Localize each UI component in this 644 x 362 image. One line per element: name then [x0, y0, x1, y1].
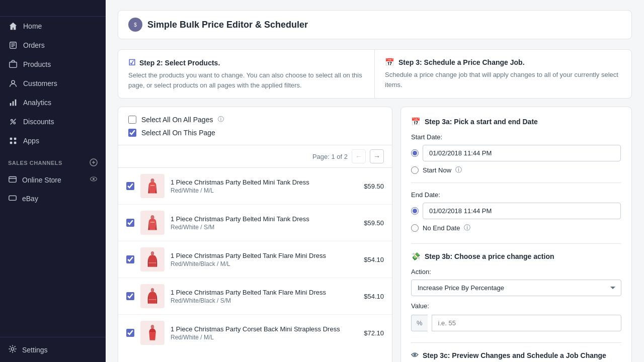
- product-1-checkbox[interactable]: [126, 182, 134, 190]
- table-row: 1 Piece Christmas Party Belted Tank Flar…: [118, 278, 392, 315]
- no-end-date-radio[interactable]: [411, 224, 419, 232]
- app-icon: $: [128, 18, 142, 32]
- sidebar-channel-online-store[interactable]: Online Store: [0, 170, 106, 189]
- step2-desc: Select the products you want to change. …: [128, 70, 364, 90]
- select-all-pages-checkbox[interactable]: [128, 116, 136, 124]
- product-5-checkbox[interactable]: [126, 329, 134, 337]
- product-3-checkbox[interactable]: [126, 255, 134, 263]
- start-now-row: Start Now ⓘ: [411, 165, 621, 174]
- sidebar-item-discounts[interactable]: Discounts: [0, 112, 106, 131]
- product-1-thumbnail: [140, 174, 165, 198]
- pagination-bar: Page: 1 of 2 ← →: [118, 145, 392, 168]
- ebay-icon: [8, 193, 17, 204]
- sidebar-item-home-label: Home: [23, 22, 42, 30]
- start-date-specific-radio[interactable]: [411, 149, 419, 157]
- sidebar-item-home[interactable]: Home: [0, 17, 106, 36]
- select-all-this-page-label[interactable]: Select All On This Page: [141, 129, 215, 137]
- online-store-visibility-icon[interactable]: [90, 175, 98, 185]
- add-channel-icon[interactable]: [90, 158, 98, 167]
- product-1-price: $59.50: [364, 183, 384, 190]
- start-date-input[interactable]: [423, 145, 621, 161]
- step3b-title: 💸 Step 3b: Choose a price change action: [411, 252, 621, 261]
- sidebar-item-products[interactable]: Products: [0, 55, 106, 74]
- svg-rect-22: [9, 196, 16, 200]
- settings-label: Settings: [22, 346, 48, 354]
- next-page-button[interactable]: →: [370, 149, 384, 163]
- home-icon: [8, 21, 18, 31]
- schedule-panel: 📅 Step 3a: Pick a start and end Date Sta…: [400, 107, 632, 362]
- steps-banner: ☑ Step 2: Select Products. Select the pr…: [118, 49, 632, 99]
- start-now-radio[interactable]: [411, 166, 419, 174]
- no-end-date-row: No End Date ⓘ: [411, 223, 621, 232]
- sidebar-header: [0, 0, 106, 17]
- settings-icon: [8, 344, 17, 355]
- svg-point-34: [151, 325, 154, 329]
- product-3-info: 1 Piece Christmas Party Belted Tank Flar…: [171, 252, 358, 267]
- select-all-pages-label[interactable]: Select All On All Pages: [141, 116, 213, 124]
- step2-block: ☑ Step 2: Select Products. Select the pr…: [118, 50, 375, 98]
- product-2-info: 1 Piece Christmas Party Belted Mini Tank…: [171, 215, 358, 231]
- product-1-variant: Red/White / M/L: [171, 187, 358, 194]
- select-all-pages-info-icon[interactable]: ⓘ: [218, 115, 224, 124]
- analytics-icon: [8, 98, 18, 108]
- sidebar: Home Orders Products Customers Analytics…: [0, 0, 106, 362]
- sidebar-item-products-label: Products: [23, 60, 51, 68]
- sidebar-item-orders[interactable]: Orders: [0, 36, 106, 55]
- svg-rect-4: [10, 62, 17, 68]
- sidebar-item-orders-label: Orders: [23, 41, 45, 49]
- end-date-specific-radio[interactable]: [411, 207, 419, 215]
- product-3-name: 1 Piece Christmas Party Belted Tank Flar…: [171, 252, 358, 259]
- product-list: 1 Piece Christmas Party Belted Mini Tank…: [118, 168, 392, 351]
- product-2-variant: Red/White / S/M: [171, 224, 358, 231]
- percent-symbol: %: [411, 315, 428, 331]
- online-store-icon: [8, 174, 17, 185]
- step3c-title: 👁 Step 3c: Preview Changes and Schedule …: [411, 351, 621, 359]
- product-2-checkbox[interactable]: [126, 219, 134, 227]
- svg-rect-15: [14, 142, 17, 144]
- sidebar-item-analytics[interactable]: Analytics: [0, 93, 106, 112]
- svg-point-9: [11, 120, 13, 122]
- discounts-icon: [8, 117, 18, 127]
- select-options: Select All On All Pages ⓘ Select All On …: [118, 107, 392, 145]
- action-select[interactable]: Increase Price By Percentage Decrease Pr…: [411, 280, 621, 296]
- settings-item[interactable]: Settings: [0, 337, 106, 362]
- svg-rect-29: [150, 222, 155, 223]
- table-row: 1 Piece Christmas Party Belted Mini Tank…: [118, 205, 392, 241]
- app-header: $ Simple Bulk Price Editor & Scheduler: [118, 10, 632, 39]
- product-4-info: 1 Piece Christmas Party Belted Tank Flar…: [171, 289, 358, 304]
- select-all-this-page-checkbox[interactable]: [128, 129, 136, 137]
- table-row: 1 Piece Christmas Party Corset Back Mini…: [118, 315, 392, 351]
- product-4-checkbox[interactable]: [126, 292, 134, 300]
- value-input[interactable]: [432, 315, 621, 331]
- prev-page-button[interactable]: ←: [352, 149, 366, 163]
- svg-rect-12: [10, 138, 13, 140]
- no-end-date-label[interactable]: No End Date: [423, 224, 460, 232]
- sidebar-item-customers[interactable]: Customers: [0, 74, 106, 93]
- action-label: Action:: [411, 268, 621, 276]
- product-5-variant: Red/White / M/L: [171, 334, 358, 341]
- step3c-section: 👁 Step 3c: Preview Changes and Schedule …: [411, 351, 621, 362]
- svg-rect-7: [13, 101, 14, 106]
- no-end-date-info-icon[interactable]: ⓘ: [464, 223, 470, 232]
- start-date-radio-group: Start Now ⓘ: [411, 145, 621, 174]
- product-1-name: 1 Piece Christmas Party Belted Mini Tank…: [171, 178, 358, 186]
- end-date-input[interactable]: [423, 203, 621, 219]
- start-now-label[interactable]: Start Now: [423, 166, 451, 174]
- apps-icon: [8, 136, 18, 146]
- product-1-info: 1 Piece Christmas Party Belted Mini Tank…: [171, 178, 358, 194]
- sidebar-item-apps[interactable]: Apps: [0, 131, 106, 150]
- sidebar-item-analytics-label: Analytics: [23, 99, 51, 107]
- sidebar-item-apps-label: Apps: [23, 137, 39, 145]
- customers-icon: [8, 78, 18, 88]
- preview-icon: 👁: [411, 351, 419, 359]
- start-date-specific-row: [411, 145, 621, 161]
- product-2-price: $59.50: [364, 219, 384, 227]
- price-icon: 💸: [411, 252, 421, 261]
- orders-icon: [8, 40, 18, 50]
- step3a-section: 📅 Step 3a: Pick a start and end Date Sta…: [411, 117, 621, 232]
- sidebar-channel-ebay[interactable]: eBay: [0, 189, 106, 208]
- ebay-label: eBay: [22, 195, 38, 203]
- product-4-name: 1 Piece Christmas Party Belted Tank Flar…: [171, 289, 358, 296]
- start-now-info-icon[interactable]: ⓘ: [455, 165, 462, 174]
- products-panel: Select All On All Pages ⓘ Select All On …: [118, 107, 392, 362]
